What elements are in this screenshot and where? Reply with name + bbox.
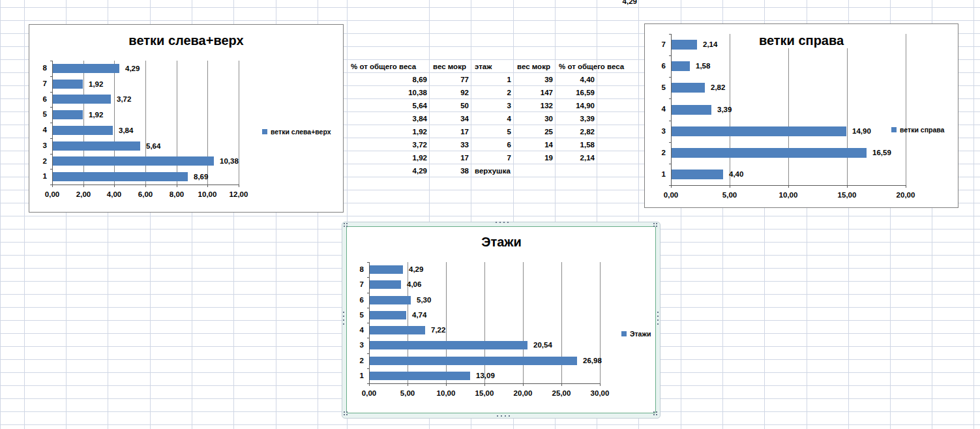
category-axis-label: 1	[344, 368, 364, 383]
category-axis-label: 7	[646, 34, 666, 55]
table-cell[interactable]: 8,69	[348, 73, 430, 86]
bar-7[interactable]	[672, 40, 697, 50]
table-cell[interactable]: 6	[471, 138, 514, 151]
table-cell[interactable]: 3,72	[348, 138, 430, 151]
table-cell[interactable]: 25	[514, 125, 556, 138]
bar-4[interactable]	[370, 326, 425, 334]
bar-8[interactable]	[53, 64, 119, 73]
table-cell[interactable]: 1,58	[556, 138, 597, 151]
bar-8[interactable]	[370, 265, 403, 274]
table-cell[interactable]: 1,92	[348, 151, 430, 164]
bar-7[interactable]	[370, 280, 401, 289]
table-cell[interactable]: 5,64	[348, 99, 430, 112]
bar-value-label: 7,22	[431, 326, 445, 334]
table-cell[interactable]: 3	[471, 99, 514, 112]
chart-etazhi[interactable]: Этажи 0,005,0010,0015,0020,0025,0030,004…	[347, 227, 656, 412]
table-cell[interactable]: 4	[471, 112, 514, 125]
plot-area: 0,005,0010,0015,0020,002,1471,5862,8253,…	[671, 34, 906, 185]
x-axis-tick-label: 5,00	[714, 191, 745, 199]
table-cell[interactable]: 147	[514, 86, 556, 99]
bar-1[interactable]	[53, 172, 188, 181]
bar-3[interactable]	[53, 141, 140, 151]
legend-marker-icon	[891, 127, 897, 132]
table-cell[interactable]: 132	[514, 99, 556, 112]
chart-title[interactable]: Этажи	[476, 235, 527, 250]
table-cell[interactable]: 16,59	[556, 86, 597, 99]
bar-2[interactable]	[53, 156, 214, 166]
bar-value-label: 5,30	[417, 296, 431, 304]
bar-7[interactable]	[53, 80, 83, 89]
table-cell[interactable]: 2,14	[556, 151, 597, 164]
bar-3[interactable]	[370, 341, 527, 349]
table-cell[interactable]: 50	[430, 99, 471, 112]
table-cell[interactable]: 3,84	[348, 112, 430, 125]
legend[interactable]: Этажи	[621, 330, 651, 338]
chart-vetki-sleva-verh[interactable]: ветки слева+верх 0,002,004,006,008,0010,…	[29, 24, 344, 213]
table-cell[interactable]: 39	[514, 73, 556, 86]
table-cell[interactable]: 2	[471, 86, 514, 99]
bar-2[interactable]	[672, 148, 867, 158]
table-cell[interactable]: 7	[471, 151, 514, 164]
table-cell[interactable]: 92	[430, 86, 471, 99]
chart-vetki-sprava[interactable]: ветки справа 0,005,0010,0015,0020,002,14…	[644, 23, 958, 208]
table-cell[interactable]: 5	[471, 125, 514, 138]
bar-4[interactable]	[53, 126, 113, 135]
table-header-cell[interactable]: % от общего веса	[556, 60, 630, 73]
bar-value-label: 2,14	[703, 40, 717, 50]
category-axis-tick	[367, 293, 370, 293]
table-header-cell[interactable]: этаж	[471, 60, 514, 73]
bar-6[interactable]	[672, 61, 690, 71]
handle-dot	[653, 411, 655, 413]
table-cell[interactable]: 77	[430, 73, 471, 86]
bar-1[interactable]	[672, 170, 723, 179]
table-cell[interactable]: 2,82	[556, 125, 597, 138]
bar-6[interactable]	[370, 296, 411, 304]
table-cell[interactable]: 1	[471, 73, 514, 86]
gridline	[484, 262, 485, 383]
table-cell[interactable]: 4,40	[556, 73, 597, 86]
legend[interactable]: ветки слева+верх	[262, 128, 331, 136]
category-axis-label: 5	[646, 77, 666, 98]
gridline	[523, 262, 524, 383]
handle-dot	[499, 222, 501, 223]
bar-5[interactable]	[672, 83, 705, 93]
bar-value-label: 5,64	[146, 141, 160, 151]
bar-1[interactable]	[370, 372, 470, 380]
table-cell[interactable]: верхушка	[471, 164, 533, 177]
table-cell[interactable]: 38	[430, 164, 471, 177]
table-cell[interactable]: 1,92	[348, 125, 430, 138]
table-cell[interactable]: 33	[430, 138, 471, 151]
gridline	[239, 61, 239, 185]
table-cell[interactable]: 4,29	[348, 164, 430, 177]
table-cell[interactable]: 17	[430, 151, 471, 164]
spreadsheet: 4,29 % от общего весавес мокрэтажвес мок…	[0, 0, 980, 429]
table-cell[interactable]: 17	[430, 125, 471, 138]
category-axis-tick	[367, 353, 370, 354]
bar-4[interactable]	[672, 105, 711, 115]
chart-title[interactable]: ветки справа	[754, 33, 849, 48]
bar-5[interactable]	[53, 110, 83, 119]
category-axis-tick	[367, 338, 370, 338]
table-cell[interactable]: 14,90	[556, 99, 597, 112]
bar-3[interactable]	[672, 126, 846, 136]
table-cell[interactable]: 14	[514, 138, 556, 151]
table-cell[interactable]: 19	[514, 151, 556, 164]
chart-title[interactable]: ветки слева+верх	[123, 33, 248, 48]
table-cell[interactable]: 30	[514, 112, 556, 125]
table-cell[interactable]: 10,38	[348, 86, 430, 99]
category-axis-tick	[669, 164, 672, 164]
legend-label: ветки слева+верх	[271, 128, 331, 136]
gridline	[561, 262, 562, 383]
category-axis-tick	[367, 262, 370, 263]
bar-2[interactable]	[370, 357, 577, 365]
bar-5[interactable]	[370, 311, 406, 319]
bar-6[interactable]	[53, 95, 111, 104]
legend[interactable]: ветки справа	[891, 126, 944, 134]
cell-top-value[interactable]: 4,29	[597, 0, 637, 8]
table-header-cell[interactable]: % от общего веса	[348, 60, 430, 73]
table-header-cell[interactable]: вес мокр	[514, 60, 556, 73]
gridline	[145, 61, 146, 185]
table-header-cell[interactable]: вес мокр	[430, 60, 471, 73]
table-cell[interactable]: 34	[430, 112, 471, 125]
table-cell[interactable]: 3,39	[556, 112, 597, 125]
